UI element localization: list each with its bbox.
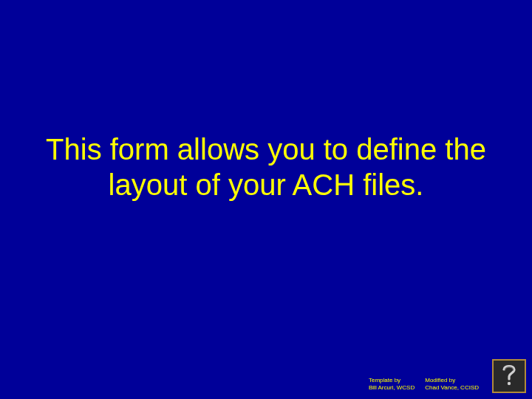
credit-template-author: Bill Arcuri, WCSD [369,384,415,392]
credit-modified-author: Chad Vance, CCISD [425,384,479,392]
clue-text: This form allows you to define the layou… [0,132,532,202]
help-icon [499,362,519,390]
credit-template: Template by Bill Arcuri, WCSD [369,377,415,392]
credits: Template by Bill Arcuri, WCSD Modified b… [369,377,479,392]
credit-modified: Modified by Chad Vance, CCISD [425,377,479,392]
slide: This form allows you to define the layou… [0,0,532,399]
credit-modified-label: Modified by [425,377,479,384]
credit-template-label: Template by [369,377,415,384]
svg-point-0 [508,382,511,385]
help-button[interactable] [492,359,526,393]
